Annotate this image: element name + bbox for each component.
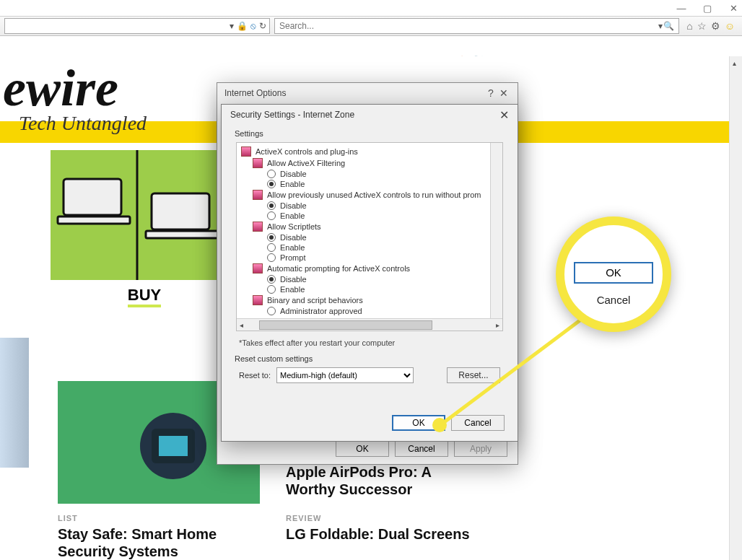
reset-to-select[interactable]: Medium-high (default) <box>276 367 414 383</box>
side-thumbnail <box>0 338 29 468</box>
refresh-icon[interactable]: ↻ <box>259 21 266 31</box>
setting-radio[interactable]: Disable <box>237 201 502 211</box>
setting-label: Allow previously unused ActiveX controls… <box>267 191 481 199</box>
radio-icon[interactable] <box>267 170 276 178</box>
activex-icon <box>253 222 263 232</box>
close-icon[interactable]: ✕ <box>497 87 510 99</box>
radio-icon[interactable] <box>267 253 276 262</box>
setting-label: Enable <box>280 285 305 294</box>
reset-button[interactable]: Reset... <box>447 367 500 383</box>
setting-label: Administrator approved <box>280 307 362 315</box>
setting-label: Enable <box>280 211 305 220</box>
favorites-icon[interactable]: ☆ <box>697 20 707 32</box>
help-icon[interactable]: ? <box>484 87 497 99</box>
window-titlebar: — ▢ ✕ <box>0 0 742 16</box>
security-settings-dialog: Security Settings - Internet Zone ✕ Sett… <box>221 104 518 442</box>
io-apply-button: Apply <box>454 441 507 457</box>
radio-icon[interactable] <box>267 201 276 210</box>
article-card-2[interactable]: Apple AirPods Pro: A Worthy Successor RE… <box>286 460 473 543</box>
callout-ok-button: OK <box>574 262 653 284</box>
activex-icon <box>253 190 263 200</box>
setting-label: Automatic prompting for ActiveX controls <box>267 264 410 273</box>
radio-icon[interactable] <box>267 233 276 242</box>
radio-icon[interactable] <box>267 243 276 252</box>
card-headline: Stay Safe: Smart Home Security Systems <box>58 525 260 560</box>
setting-label: Disable <box>280 170 307 178</box>
setting-label: Disable <box>280 275 307 284</box>
browser-toolbar-icons: ⌂ ☆ ⚙ ☺ <box>684 20 738 32</box>
security-settings-title: Security Settings - Internet Zone <box>230 110 354 120</box>
internet-options-titlebar: Internet Options ? ✕ <box>217 83 518 103</box>
card-headline-4: LG Foldable: Dual Screens <box>286 525 473 543</box>
radio-icon[interactable] <box>267 275 276 284</box>
activex-icon <box>241 146 251 157</box>
setting-radio[interactable]: Prompt <box>237 253 502 263</box>
setting-label: Disable <box>280 201 307 210</box>
search-dropdown-icon[interactable]: ▾ <box>658 21 663 31</box>
home-icon[interactable]: ⌂ <box>686 20 692 32</box>
internet-options-title: Internet Options <box>224 88 286 98</box>
hscroll-thumb[interactable] <box>259 320 432 330</box>
stop-icon[interactable]: ⦸ <box>250 21 256 31</box>
callout-cancel-label: Cancel <box>597 294 631 306</box>
svg-rect-3 <box>58 216 130 224</box>
restart-note: *Takes effect after you restart your com… <box>232 336 507 351</box>
address-search-row: ▾ 🔒 ⦸ ↻ 🔍 ▾ ⌂ ☆ ⚙ ☺ <box>0 16 742 36</box>
card-kicker: LIST <box>58 514 260 522</box>
laptops-illustration <box>51 150 224 280</box>
svg-rect-2 <box>64 179 121 215</box>
activex-icon <box>253 295 263 305</box>
page-scrollbar[interactable]: ▴ <box>729 56 742 560</box>
tree-hscrollbar[interactable]: ◂ ▸ <box>237 318 502 331</box>
settings-tree[interactable]: ActiveX controls and plug-insAllow Activ… <box>236 142 503 331</box>
radio-icon[interactable] <box>267 307 276 315</box>
setting-label: Disable <box>280 233 307 242</box>
svg-rect-9 <box>159 436 188 456</box>
setting-group: Allow Scriptlets <box>237 221 502 232</box>
setting-label: Enable <box>280 180 305 188</box>
security-settings-buttons: OK Cancel <box>392 415 505 431</box>
buy-column: BUY <box>51 150 238 315</box>
setting-radio[interactable]: Enable <box>237 211 502 221</box>
setting-label: Enable <box>280 243 305 252</box>
radio-icon[interactable] <box>267 180 276 188</box>
radio-icon[interactable] <box>267 211 276 220</box>
callout-zoom: OK Cancel <box>556 216 671 332</box>
internet-options-buttons: OK Cancel Apply <box>336 441 507 457</box>
setting-group: Automatic prompting for ActiveX controls <box>237 263 502 274</box>
close-icon[interactable]: ✕ <box>499 108 509 122</box>
hero-illustration <box>51 150 224 280</box>
setting-radio[interactable]: Enable <box>237 284 502 294</box>
radio-icon[interactable] <box>267 285 276 294</box>
io-ok-button[interactable]: OK <box>336 441 389 457</box>
setting-group: ActiveX controls and plug-ins <box>237 146 502 157</box>
search-box[interactable]: 🔍 ▾ <box>274 18 679 34</box>
cancel-button[interactable]: Cancel <box>451 415 505 431</box>
setting-radio[interactable]: Disable <box>237 232 502 242</box>
buy-heading: BUY <box>128 286 161 307</box>
setting-label: Allow Scriptlets <box>267 222 321 231</box>
setting-label: Binary and script behaviors <box>267 296 363 305</box>
card-kicker-4: REVIEW <box>286 514 473 522</box>
setting-radio[interactable]: Enable <box>237 179 502 189</box>
activex-icon <box>253 263 263 274</box>
search-icon[interactable]: 🔍 <box>663 21 674 31</box>
svg-rect-5 <box>146 231 218 238</box>
svg-rect-4 <box>152 193 209 229</box>
tools-icon[interactable]: ⚙ <box>711 20 720 32</box>
tree-vscrollbar[interactable] <box>490 143 502 318</box>
maximize-button[interactable]: ▢ <box>703 4 712 12</box>
setting-radio[interactable]: Disable <box>237 169 502 179</box>
setting-radio[interactable]: Disable <box>237 274 502 284</box>
setting-group: Allow ActiveX Filtering <box>237 157 502 169</box>
setting-radio[interactable]: Enable <box>237 242 502 253</box>
close-window-button[interactable]: ✕ <box>729 4 738 12</box>
smiley-icon[interactable]: ☺ <box>725 20 735 32</box>
minimize-button[interactable]: — <box>677 4 686 12</box>
setting-radio[interactable]: Administrator approved <box>237 306 502 316</box>
setting-group: Allow previously unused ActiveX controls… <box>237 189 502 201</box>
search-input[interactable] <box>279 21 674 31</box>
io-cancel-button[interactable]: Cancel <box>395 441 448 457</box>
address-dropdown-icon[interactable]: ▾ <box>230 21 234 31</box>
address-bar[interactable]: ▾ 🔒 ⦸ ↻ <box>4 18 270 34</box>
